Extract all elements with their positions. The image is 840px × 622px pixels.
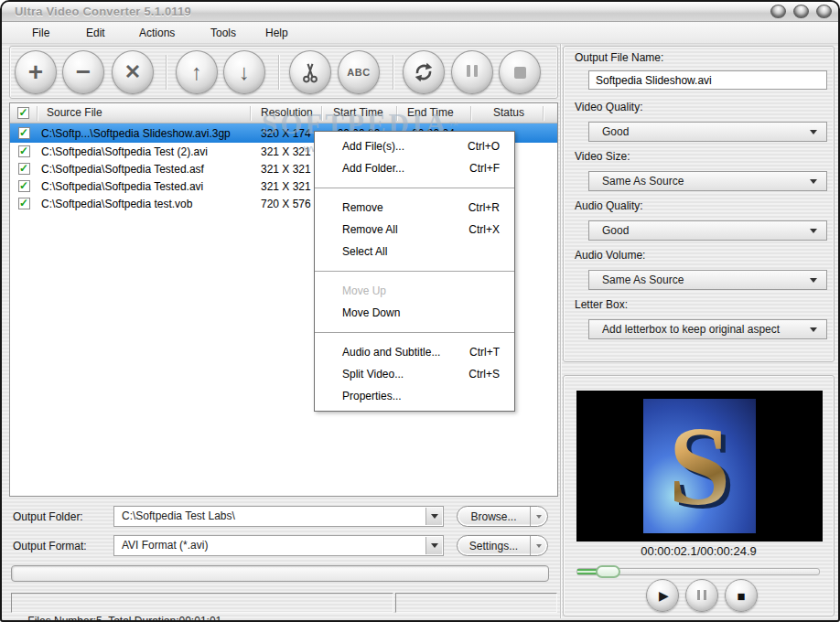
settings-button[interactable]: Settings... xyxy=(457,535,548,556)
playback-time: 00:00:02.1/00:00:24.9 xyxy=(564,544,834,558)
toolbar-separator xyxy=(278,55,279,90)
column-source-file[interactable]: Source File xyxy=(47,106,102,119)
menu-item-move-up: Move Up xyxy=(315,280,514,302)
menu-edit[interactable]: Edit xyxy=(82,26,109,40)
toolbar-abc-button[interactable]: ABC xyxy=(338,50,380,94)
cell-source: C:\Softpedia\Softpedia test.vob xyxy=(38,198,250,210)
preview-panel: S S 00:00:02.1/00:00:24.9 ▶ ■ xyxy=(563,375,835,617)
menu-actions[interactable]: Actions xyxy=(135,26,178,40)
output-format-combo[interactable]: AVI Format (*.avi) xyxy=(113,535,444,556)
menu-item-move-down[interactable]: Move Down xyxy=(315,302,514,324)
browse-button-label: Browse... xyxy=(458,510,530,523)
column-status[interactable]: Status xyxy=(493,106,524,119)
row-checkbox[interactable]: ✓ xyxy=(10,145,38,157)
column-start-time[interactable]: Start Time xyxy=(333,106,383,119)
chevron-down-icon xyxy=(431,514,438,519)
audio-volume-select[interactable]: Same As Source xyxy=(588,270,827,290)
context-menu: Add File(s)...Ctrl+O Add Folder...Ctrl+F… xyxy=(314,131,515,412)
menu-file[interactable]: File xyxy=(28,26,53,40)
menu-separator xyxy=(315,271,514,272)
seek-thumb[interactable] xyxy=(596,565,620,578)
video-quality-label: Video Quality: xyxy=(575,101,643,113)
preview-stop-button[interactable]: ■ xyxy=(725,579,758,612)
menu-tools[interactable]: Tools xyxy=(207,26,240,40)
menu-item-shortcut: Ctrl+X xyxy=(468,219,500,241)
output-file-name-input[interactable] xyxy=(588,70,827,90)
row-checkbox[interactable]: ✓ xyxy=(10,180,38,192)
menu-item-select-all[interactable]: Select All xyxy=(315,241,514,263)
audio-quality-value: Good xyxy=(602,224,629,237)
column-end-time[interactable]: End Time xyxy=(407,106,454,119)
toolbar-move-down-button[interactable]: ↓ xyxy=(223,50,265,94)
toolbar-add-button[interactable]: + xyxy=(15,50,57,94)
menu-separator xyxy=(315,188,514,188)
menu-item-split-video[interactable]: Split Video...Ctrl+S xyxy=(315,363,514,385)
combo-arrow-button[interactable] xyxy=(425,508,442,525)
video-size-select[interactable]: Same As Source xyxy=(588,171,827,191)
convert-arrows-icon xyxy=(412,60,436,84)
cell-source: C:\Softpedia\Softpedia Tested.asf xyxy=(38,163,250,176)
video-quality-select[interactable]: Good xyxy=(588,122,827,142)
toolbar-pause-button[interactable] xyxy=(451,50,493,94)
column-resolution[interactable]: Resolution xyxy=(261,106,313,119)
pause-icon xyxy=(695,587,708,604)
toolbar-stop-button[interactable] xyxy=(499,50,541,94)
audio-volume-label: Audio Volume: xyxy=(575,249,645,262)
audio-quality-select[interactable]: Good xyxy=(588,220,827,241)
toolbar: + − ✕ ↑ ↓ ABC xyxy=(9,46,558,99)
minimize-button[interactable] xyxy=(770,5,786,18)
menu-item-add-files[interactable]: Add File(s)...Ctrl+O xyxy=(315,135,514,157)
close-button[interactable] xyxy=(816,5,832,18)
row-checkbox[interactable]: ✓ xyxy=(10,198,38,209)
cell-resolution: 321 X 321 xyxy=(250,145,321,158)
row-checkbox[interactable]: ✓ xyxy=(10,127,38,139)
chevron-down-icon xyxy=(536,544,542,548)
toolbar-separator xyxy=(166,55,167,90)
header-divider xyxy=(543,106,544,121)
browse-button[interactable]: Browse... xyxy=(457,506,548,527)
browse-dropdown-button[interactable] xyxy=(530,507,547,526)
menu-item-audio-subtitle[interactable]: Audio and Subtitle...Ctrl+T xyxy=(315,341,514,363)
toolbar-delete-button[interactable]: ✕ xyxy=(112,50,154,94)
output-folder-label: Output Folder: xyxy=(13,510,83,523)
letterbox-label: Letter Box: xyxy=(575,298,628,311)
menu-item-label: Audio and Subtitle... xyxy=(342,346,440,359)
menu-item-label: Remove xyxy=(342,201,383,214)
maximize-button[interactable] xyxy=(793,5,809,18)
play-button[interactable]: ▶ xyxy=(646,579,679,612)
audio-quality-label: Audio Quality: xyxy=(575,199,643,212)
header-divider xyxy=(37,106,38,121)
status-text: Files Number:5 Total Duration:00:01:01 xyxy=(27,615,221,622)
menu-item-shortcut: Ctrl+R xyxy=(468,197,500,219)
select-all-checkbox[interactable]: ✓ xyxy=(17,106,29,119)
preview-pause-button[interactable] xyxy=(685,579,718,612)
settings-dropdown-button[interactable] xyxy=(530,536,547,555)
menu-item-label: Split Video... xyxy=(342,368,404,381)
toolbar-convert-button[interactable] xyxy=(403,50,445,94)
toolbar-move-up-button[interactable]: ↑ xyxy=(176,50,218,94)
toolbar-remove-button[interactable]: − xyxy=(62,50,104,94)
menu-item-shortcut: Ctrl+T xyxy=(469,341,500,363)
menu-help[interactable]: Help xyxy=(262,26,292,40)
menu-item-remove-all[interactable]: Remove AllCtrl+X xyxy=(315,219,514,241)
menu-item-properties[interactable]: Properties... xyxy=(315,385,514,407)
row-checkbox[interactable]: ✓ xyxy=(10,163,38,175)
title-bar[interactable]: Ultra Video Converter 5.1.0119 xyxy=(2,2,838,22)
letterbox-select[interactable]: Add letterbox to keep original aspect xyxy=(588,319,827,339)
video-size-label: Video Size: xyxy=(575,150,630,163)
video-size-value: Same As Source xyxy=(602,175,684,188)
menu-separator xyxy=(315,332,514,333)
chevron-down-icon xyxy=(536,515,542,519)
menu-item-label: Add Folder... xyxy=(342,162,404,175)
menu-item-add-folder[interactable]: Add Folder...Ctrl+F xyxy=(315,157,514,179)
cell-resolution: 320 X 174 xyxy=(250,127,321,140)
combo-arrow-button[interactable] xyxy=(425,537,442,554)
status-bar: Files Number:5 Total Duration:00:01:01 xyxy=(11,593,393,613)
logo-letter-gold: S xyxy=(669,404,731,528)
toolbar-split-button[interactable] xyxy=(289,50,331,94)
menu-item-remove[interactable]: RemoveCtrl+R xyxy=(315,197,514,219)
output-folder-combo[interactable]: C:\Softpedia Test Labs\ xyxy=(113,506,444,527)
logo-letter: S S xyxy=(669,411,731,522)
down-arrow-icon: ↓ xyxy=(239,61,250,83)
seek-slider[interactable] xyxy=(576,568,820,575)
